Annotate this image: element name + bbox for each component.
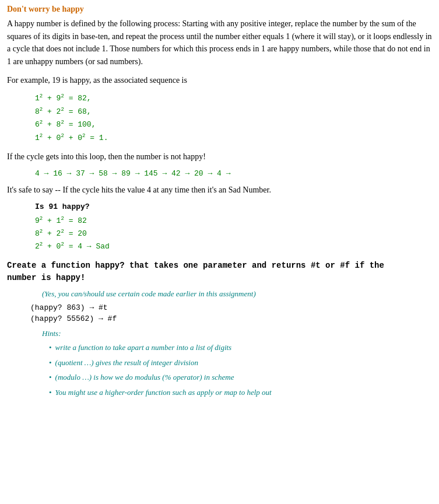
hint-item-3: • (modulo …) is how we do modulus (% ope… (49, 372, 432, 383)
is-happy-label: Is 91 happy? (35, 202, 432, 211)
example-call-2: (happy? 55562) → #f (30, 314, 432, 323)
sad-note: It's safe to say -- If the cycle hits th… (7, 184, 432, 197)
hint-text-2: (quotient …) gives the result of integer… (55, 357, 432, 369)
example-calls-block: (happy? 863) → #t (happy? 55562) → #f (30, 303, 432, 323)
is-happy-line-3: 22 + 02 = 4 → Sad (35, 240, 432, 253)
example-call-1: (happy? 863) → #t (30, 303, 432, 312)
example-calculations: 12 + 92 = 82, 82 + 22 = 68, 62 + 82 = 10… (35, 92, 432, 145)
bullet-2: • (49, 357, 52, 369)
create-line-2: number is happy! (7, 273, 85, 282)
hint-item-1: • write a function to take apart a numbe… (49, 342, 432, 354)
bullet-1: • (49, 342, 52, 354)
bullet-4: • (49, 387, 52, 398)
example-line-2: 82 + 22 = 68, (35, 106, 432, 118)
is-happy-line-2: 82 + 22 = 20 (35, 228, 432, 240)
create-line-1: Create a function happy? that takes one … (7, 261, 384, 270)
cycle-intro: If the cycle gets into this loop, then t… (7, 150, 432, 163)
hints-list: • write a function to take apart a numbe… (7, 342, 432, 398)
hint-text-3: (modulo …) is how we do modulus (% opera… (55, 372, 432, 383)
is-happy-calculations: 92 + 12 = 82 82 + 22 = 20 22 + 02 = 4 → … (35, 215, 432, 254)
example-line-3: 62 + 82 = 100, (35, 118, 432, 131)
bullet-3: • (49, 372, 52, 383)
create-paragraph: Create a function happy? that takes one … (7, 260, 432, 285)
example-line-1: 12 + 92 = 82, (35, 92, 432, 105)
hints-label: Hints: (42, 329, 432, 338)
hint-item-4: • You might use a higher-order function … (49, 387, 432, 398)
cycle-sequence: 4 → 16 → 37 → 58 → 89 → 145 → 42 → 20 → … (35, 169, 432, 178)
example-intro: For example, 19 is happy, as the associa… (7, 74, 432, 87)
example-line-4: 12 + 02 + 02 = 1. (35, 132, 432, 145)
hint-text-4: You might use a higher-order function su… (55, 387, 432, 398)
intro-paragraph: A happy number is defined by the followi… (7, 18, 432, 68)
hint-text-1: write a function to take apart a number … (55, 342, 432, 354)
is-happy-line-1: 92 + 12 = 82 (35, 215, 432, 228)
hint-italic-note: (Yes, you can/should use certain code ma… (42, 289, 432, 299)
hint-item-2: • (quotient …) gives the result of integ… (49, 357, 432, 369)
page-title: Don't worry be happy (7, 5, 432, 14)
